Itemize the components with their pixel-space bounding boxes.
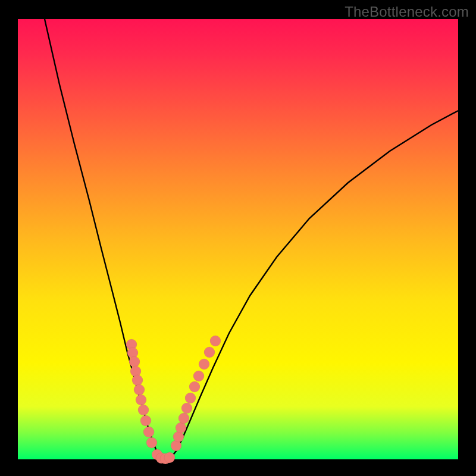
data-point: [185, 393, 196, 403]
data-point: [132, 375, 143, 386]
data-point: [193, 371, 204, 381]
data-point: [181, 403, 192, 414]
data-point: [143, 427, 154, 437]
data-point: [204, 347, 215, 358]
plot-area: [18, 19, 458, 459]
bottleneck-curve-right: [171, 111, 458, 457]
curve-layer: [18, 19, 458, 459]
data-point: [129, 356, 140, 367]
data-point: [176, 422, 186, 433]
data-point: [164, 452, 175, 463]
data-point: [140, 415, 151, 426]
data-point: [210, 336, 221, 346]
chart-frame: TheBottleneck.com: [0, 0, 476, 476]
data-point: [189, 381, 200, 392]
scatter-layer: [126, 336, 221, 464]
data-point: [136, 394, 146, 405]
data-point: [134, 384, 145, 395]
data-point: [138, 405, 149, 415]
data-point: [199, 359, 209, 369]
data-point: [146, 437, 157, 448]
watermark-text: TheBottleneck.com: [345, 4, 469, 20]
data-point: [178, 413, 189, 424]
